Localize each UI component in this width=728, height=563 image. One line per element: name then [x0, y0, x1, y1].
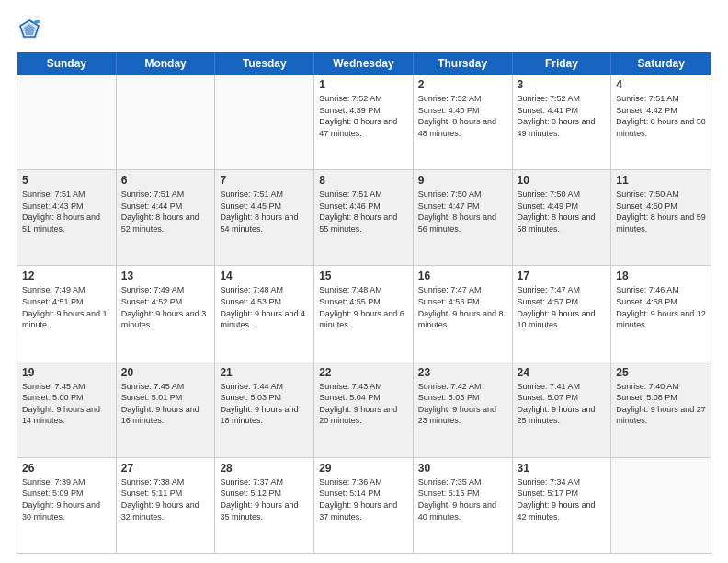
day-number: 12 — [22, 270, 111, 282]
day-number: 26 — [22, 462, 111, 475]
cal-cell-10: 10Sunrise: 7:50 AM Sunset: 4:49 PM Dayli… — [513, 170, 612, 265]
day-number: 19 — [22, 366, 111, 379]
cal-cell-27: 27Sunrise: 7:38 AM Sunset: 5:11 PM Dayli… — [117, 458, 216, 553]
cal-cell-16: 16Sunrise: 7:47 AM Sunset: 4:56 PM Dayli… — [414, 266, 513, 361]
cal-cell-28: 28Sunrise: 7:37 AM Sunset: 5:12 PM Dayli… — [215, 458, 314, 553]
page: SundayMondayTuesdayWednesdayThursdayFrid… — [0, 0, 728, 563]
cal-cell-5: 5Sunrise: 7:51 AM Sunset: 4:43 PM Daylig… — [17, 170, 117, 265]
cal-cell-31: 31Sunrise: 7:34 AM Sunset: 5:17 PM Dayli… — [513, 458, 612, 553]
day-number: 28 — [220, 462, 309, 475]
cal-cell-26: 26Sunrise: 7:39 AM Sunset: 5:09 PM Dayli… — [17, 458, 117, 553]
cell-data: Sunrise: 7:36 AM Sunset: 5:14 PM Dayligh… — [319, 477, 408, 523]
cal-week-5: 26Sunrise: 7:39 AM Sunset: 5:09 PM Dayli… — [17, 458, 711, 553]
cell-data: Sunrise: 7:49 AM Sunset: 4:52 PM Dayligh… — [121, 284, 210, 330]
cell-data: Sunrise: 7:50 AM Sunset: 4:50 PM Dayligh… — [616, 189, 706, 235]
cal-cell-18: 18Sunrise: 7:46 AM Sunset: 4:58 PM Dayli… — [611, 266, 711, 361]
day-number: 31 — [518, 462, 607, 475]
day-number: 29 — [319, 462, 408, 475]
calendar: SundayMondayTuesdayWednesdayThursdayFrid… — [17, 52, 711, 554]
cal-week-2: 5Sunrise: 7:51 AM Sunset: 4:43 PM Daylig… — [17, 170, 711, 266]
day-number: 16 — [418, 270, 507, 282]
cal-cell-13: 13Sunrise: 7:49 AM Sunset: 4:52 PM Dayli… — [117, 266, 216, 361]
cell-data: Sunrise: 7:40 AM Sunset: 5:08 PM Dayligh… — [616, 381, 706, 427]
day-number: 15 — [319, 270, 408, 282]
cal-cell-21: 21Sunrise: 7:44 AM Sunset: 5:03 PM Dayli… — [215, 362, 314, 457]
calendar-header: SundayMondayTuesdayWednesdayThursdayFrid… — [17, 52, 711, 75]
cell-data: Sunrise: 7:34 AM Sunset: 5:17 PM Dayligh… — [518, 477, 607, 523]
day-number: 27 — [121, 462, 210, 475]
cell-data: Sunrise: 7:50 AM Sunset: 4:47 PM Dayligh… — [418, 189, 507, 235]
cell-data: Sunrise: 7:51 AM Sunset: 4:44 PM Dayligh… — [121, 189, 210, 235]
cal-week-1: 1Sunrise: 7:52 AM Sunset: 4:39 PM Daylig… — [17, 75, 711, 170]
day-number: 11 — [616, 174, 706, 187]
cal-cell-17: 17Sunrise: 7:47 AM Sunset: 4:57 PM Dayli… — [513, 266, 612, 361]
cell-data: Sunrise: 7:38 AM Sunset: 5:11 PM Dayligh… — [121, 477, 210, 523]
cell-data: Sunrise: 7:51 AM Sunset: 4:45 PM Dayligh… — [220, 189, 309, 235]
day-number: 24 — [518, 366, 607, 379]
cal-cell-4: 4Sunrise: 7:51 AM Sunset: 4:42 PM Daylig… — [611, 75, 711, 169]
cell-data: Sunrise: 7:45 AM Sunset: 5:01 PM Dayligh… — [121, 381, 210, 427]
cal-cell-2: 2Sunrise: 7:52 AM Sunset: 4:40 PM Daylig… — [414, 75, 513, 169]
cal-cell-25: 25Sunrise: 7:40 AM Sunset: 5:08 PM Dayli… — [611, 362, 711, 457]
cell-data: Sunrise: 7:41 AM Sunset: 5:07 PM Dayligh… — [518, 381, 607, 427]
day-number: 3 — [518, 78, 607, 91]
cal-cell-29: 29Sunrise: 7:36 AM Sunset: 5:14 PM Dayli… — [314, 458, 414, 553]
cell-data: Sunrise: 7:52 AM Sunset: 4:39 PM Dayligh… — [319, 93, 408, 139]
day-number: 18 — [616, 270, 706, 282]
cal-cell-6: 6Sunrise: 7:51 AM Sunset: 4:44 PM Daylig… — [117, 170, 216, 265]
cal-cell-3: 3Sunrise: 7:52 AM Sunset: 4:41 PM Daylig… — [513, 75, 612, 169]
cell-data: Sunrise: 7:51 AM Sunset: 4:46 PM Dayligh… — [319, 189, 408, 235]
cal-cell-23: 23Sunrise: 7:42 AM Sunset: 5:05 PM Dayli… — [414, 362, 513, 457]
day-number: 30 — [418, 462, 507, 475]
cal-cell-30: 30Sunrise: 7:35 AM Sunset: 5:15 PM Dayli… — [414, 458, 513, 553]
cal-cell-8: 8Sunrise: 7:51 AM Sunset: 4:46 PM Daylig… — [314, 170, 414, 265]
cal-header-wednesday: Wednesday — [314, 52, 414, 75]
cal-cell-19: 19Sunrise: 7:45 AM Sunset: 5:00 PM Dayli… — [17, 362, 117, 457]
cell-data: Sunrise: 7:50 AM Sunset: 4:49 PM Dayligh… — [518, 189, 607, 235]
cell-data: Sunrise: 7:48 AM Sunset: 4:53 PM Dayligh… — [220, 284, 309, 330]
cell-data: Sunrise: 7:49 AM Sunset: 4:51 PM Dayligh… — [22, 284, 111, 330]
logo — [17, 17, 46, 42]
day-number: 21 — [220, 366, 309, 379]
cal-header-thursday: Thursday — [414, 52, 513, 75]
day-number: 25 — [616, 366, 706, 379]
day-number: 10 — [518, 174, 607, 187]
cell-data: Sunrise: 7:52 AM Sunset: 4:41 PM Dayligh… — [518, 93, 607, 139]
cal-header-monday: Monday — [117, 52, 216, 75]
day-number: 1 — [319, 78, 408, 91]
cal-cell-20: 20Sunrise: 7:45 AM Sunset: 5:01 PM Dayli… — [117, 362, 216, 457]
cal-week-4: 19Sunrise: 7:45 AM Sunset: 5:00 PM Dayli… — [17, 362, 711, 458]
cal-header-sunday: Sunday — [17, 52, 117, 75]
cal-week-3: 12Sunrise: 7:49 AM Sunset: 4:51 PM Dayli… — [17, 266, 711, 362]
cell-data: Sunrise: 7:45 AM Sunset: 5:00 PM Dayligh… — [22, 381, 111, 427]
cell-data: Sunrise: 7:52 AM Sunset: 4:40 PM Dayligh… — [418, 93, 507, 139]
cell-data: Sunrise: 7:47 AM Sunset: 4:56 PM Dayligh… — [418, 284, 507, 330]
cell-data: Sunrise: 7:35 AM Sunset: 5:15 PM Dayligh… — [418, 477, 507, 523]
cell-data: Sunrise: 7:44 AM Sunset: 5:03 PM Dayligh… — [220, 381, 309, 427]
day-number: 6 — [121, 174, 210, 187]
day-number: 8 — [319, 174, 408, 187]
cell-data: Sunrise: 7:37 AM Sunset: 5:12 PM Dayligh… — [220, 477, 309, 523]
cell-data: Sunrise: 7:46 AM Sunset: 4:58 PM Dayligh… — [616, 284, 706, 330]
cal-cell-24: 24Sunrise: 7:41 AM Sunset: 5:07 PM Dayli… — [513, 362, 612, 457]
day-number: 4 — [616, 78, 706, 91]
cell-data: Sunrise: 7:51 AM Sunset: 4:42 PM Dayligh… — [616, 93, 706, 139]
cell-data: Sunrise: 7:39 AM Sunset: 5:09 PM Dayligh… — [22, 477, 111, 523]
calendar-body: 1Sunrise: 7:52 AM Sunset: 4:39 PM Daylig… — [17, 75, 711, 553]
day-number: 17 — [518, 270, 607, 282]
cal-header-saturday: Saturday — [611, 52, 711, 75]
cell-data: Sunrise: 7:47 AM Sunset: 4:57 PM Dayligh… — [518, 284, 607, 330]
day-number: 23 — [418, 366, 507, 379]
cal-cell-empty — [117, 75, 216, 169]
cal-cell-empty — [215, 75, 314, 169]
day-number: 14 — [220, 270, 309, 282]
cal-header-tuesday: Tuesday — [215, 52, 314, 75]
cell-data: Sunrise: 7:51 AM Sunset: 4:43 PM Dayligh… — [22, 189, 111, 235]
cal-cell-9: 9Sunrise: 7:50 AM Sunset: 4:47 PM Daylig… — [414, 170, 513, 265]
cal-cell-empty — [17, 75, 117, 169]
cal-cell-15: 15Sunrise: 7:48 AM Sunset: 4:55 PM Dayli… — [314, 266, 414, 361]
day-number: 9 — [418, 174, 507, 187]
cell-data: Sunrise: 7:48 AM Sunset: 4:55 PM Dayligh… — [319, 284, 408, 330]
logo-icon — [17, 17, 42, 42]
cell-data: Sunrise: 7:42 AM Sunset: 5:05 PM Dayligh… — [418, 381, 507, 427]
